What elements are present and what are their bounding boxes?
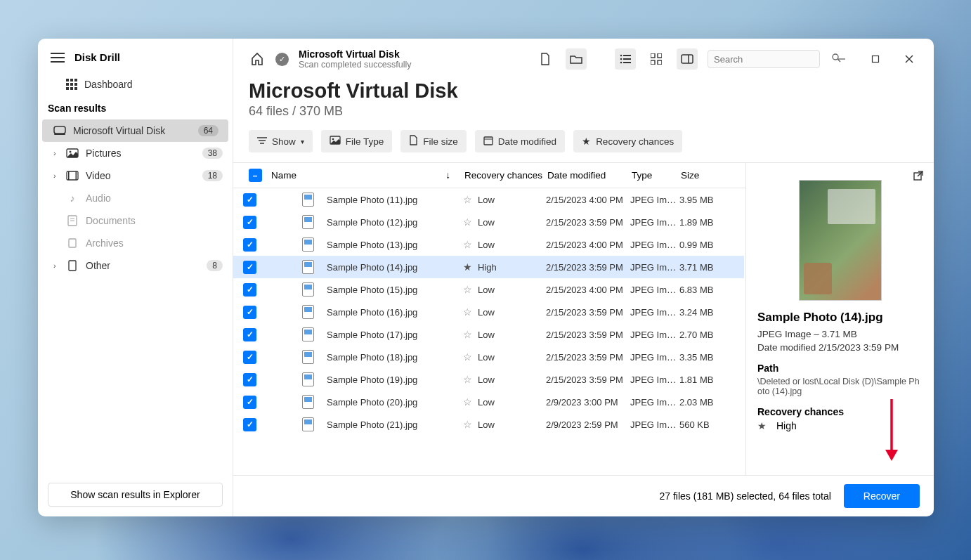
row-checkbox[interactable] [243, 396, 256, 409]
svg-rect-35 [484, 137, 493, 145]
row-checkbox[interactable] [243, 261, 256, 274]
sidebar-item-archives[interactable]: Archives [38, 232, 233, 254]
star-icon: ☆ [463, 419, 472, 430]
table-row[interactable]: Sample Photo (15).jpg☆Low2/15/2023 4:00 … [233, 278, 744, 301]
sidebar-item-virtual-disk[interactable]: Microsoft Virtual Disk 64 [42, 119, 228, 142]
table-row[interactable]: Sample Photo (11).jpg☆Low2/15/2023 4:00 … [233, 188, 744, 211]
row-checkbox[interactable] [243, 238, 256, 252]
sidebar-item-label: Video [86, 170, 195, 181]
chance-cell: ☆Low [463, 374, 546, 385]
column-name[interactable]: Name ↓ [267, 170, 464, 181]
table-body[interactable]: Sample Photo (11).jpg☆Low2/15/2023 4:00 … [233, 188, 745, 475]
date-cell: 2/15/2023 4:00 PM [546, 285, 630, 295]
size-cell: 2.03 MB [679, 397, 734, 408]
table-row[interactable]: Sample Photo (14).jpg★High2/15/2023 3:59… [233, 256, 744, 278]
star-icon: ☆ [463, 284, 472, 295]
row-checkbox[interactable] [243, 373, 256, 386]
svg-rect-1 [54, 134, 65, 135]
view-panel-icon[interactable] [677, 48, 698, 70]
size-cell: 3.35 MB [679, 352, 734, 363]
column-size[interactable]: Size [681, 170, 736, 181]
show-in-explorer-button[interactable]: Show scan results in Explorer [48, 483, 223, 507]
sidebar-item-label: Documents [86, 215, 223, 226]
preview-panel: Sample Photo (14).jpg JPEG Image – 3.71 … [745, 163, 934, 475]
row-checkbox[interactable] [243, 306, 256, 319]
close-button[interactable] [897, 48, 921, 70]
row-checkbox[interactable] [243, 216, 256, 229]
search-field[interactable] [714, 54, 832, 65]
search-input[interactable] [708, 50, 820, 68]
file-name: Sample Photo (15).jpg [322, 285, 463, 295]
preview-filename: Sample Photo (14).jpg [757, 311, 923, 325]
home-icon[interactable] [249, 51, 266, 67]
sidebar-item-video[interactable]: › Video 18 [38, 164, 233, 187]
type-cell: JPEG Im… [630, 285, 679, 295]
table-row[interactable]: Sample Photo (18).jpg☆Low2/15/2023 3:59 … [233, 346, 744, 368]
open-external-icon[interactable] [913, 170, 924, 184]
filter-label: File Type [346, 136, 384, 147]
footer-bar: 27 files (181 MB) selected, 64 files tot… [233, 475, 934, 516]
column-chances[interactable]: Recovery chances [464, 170, 547, 181]
chance-cell: ☆Low [463, 396, 546, 408]
chevron-right-icon [53, 239, 59, 247]
table-row[interactable]: Sample Photo (16).jpg☆Low2/15/2023 3:59 … [233, 301, 744, 323]
size-cell: 1.89 MB [679, 217, 734, 228]
row-checkbox[interactable] [243, 328, 256, 341]
row-checkbox[interactable] [243, 193, 256, 207]
svg-rect-6 [76, 171, 77, 180]
preview-type-size: JPEG Image – 3.71 MB [757, 329, 923, 339]
column-date[interactable]: Date modified [547, 170, 632, 181]
star-icon: ☆ [463, 306, 472, 318]
table-row[interactable]: Sample Photo (17).jpg☆Low2/15/2023 3:59 … [233, 323, 744, 346]
table-row[interactable]: Sample Photo (21).jpg☆Low2/9/2023 2:59 P… [233, 413, 744, 436]
star-icon: ☆ [463, 396, 472, 408]
menu-icon[interactable] [51, 53, 65, 63]
filter-label: Date modified [498, 136, 556, 147]
video-icon [66, 171, 79, 181]
minimize-button[interactable] [830, 48, 854, 70]
chevron-right-icon: › [53, 171, 59, 180]
row-checkbox[interactable] [243, 418, 256, 431]
column-type[interactable]: Type [632, 170, 681, 181]
sidebar-item-audio[interactable]: ♪ Audio [38, 187, 233, 209]
show-filter-button[interactable]: Show ▾ [249, 130, 313, 152]
preview-date: Date modified 2/15/2023 3:59 PM [757, 342, 923, 353]
size-cell: 560 KB [679, 419, 734, 430]
table-row[interactable]: Sample Photo (19).jpg☆Low2/15/2023 3:59 … [233, 368, 744, 391]
view-grid-icon[interactable] [646, 48, 667, 70]
row-checkbox[interactable] [243, 283, 256, 297]
maximize-button[interactable] [864, 48, 887, 70]
file-icon [302, 417, 314, 431]
view-list-icon[interactable] [615, 48, 636, 70]
view-file-icon[interactable] [535, 48, 556, 70]
svg-rect-0 [54, 126, 65, 134]
chance-cell: ☆Low [463, 351, 546, 363]
sidebar-item-pictures[interactable]: › Pictures 38 [38, 142, 233, 164]
recovery-chances-filter-button[interactable]: ★ Recovery chances [573, 130, 682, 152]
app-title: Disk Drill [74, 51, 120, 63]
select-all-checkbox[interactable]: – [249, 169, 262, 182]
file-size-filter-button[interactable]: File size [400, 130, 467, 152]
sidebar-dashboard[interactable]: Dashboard [38, 73, 233, 96]
recover-button[interactable]: Recover [844, 484, 920, 508]
chance-cell: ☆Low [463, 419, 546, 430]
table-row[interactable]: Sample Photo (20).jpg☆Low2/9/2023 3:00 P… [233, 391, 744, 413]
file-table: – Name ↓ Recovery chances Date modified … [233, 163, 745, 475]
svg-rect-27 [873, 56, 879, 63]
selection-status: 27 files (181 MB) selected, 64 files tot… [660, 490, 831, 502]
row-checkbox[interactable] [243, 351, 256, 364]
sidebar-item-documents[interactable]: Documents [38, 209, 233, 232]
other-icon [66, 260, 79, 271]
date-cell: 2/15/2023 3:59 PM [546, 307, 630, 318]
pictures-icon [66, 148, 79, 158]
view-folder-icon[interactable] [566, 48, 587, 70]
date-modified-filter-button[interactable]: Date modified [475, 130, 565, 152]
date-cell: 2/9/2023 3:00 PM [546, 397, 630, 408]
preview-chance-value: High [776, 420, 797, 431]
file-type-filter-button[interactable]: File Type [321, 130, 393, 152]
star-icon: ☆ [463, 239, 472, 250]
sidebar-item-other[interactable]: › Other 8 [38, 254, 233, 277]
table-row[interactable]: Sample Photo (13).jpg☆Low2/15/2023 4:00 … [233, 233, 744, 256]
filter-bar: Show ▾ File Type File size Date modifie [233, 122, 934, 162]
table-row[interactable]: Sample Photo (12).jpg☆Low2/15/2023 3:59 … [233, 211, 744, 233]
